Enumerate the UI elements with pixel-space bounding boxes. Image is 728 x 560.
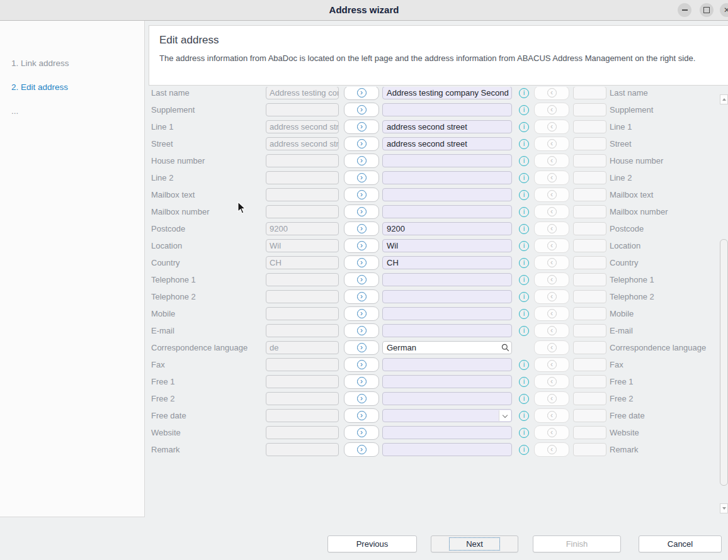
info-icon[interactable]: i (519, 173, 529, 183)
secondary-input[interactable] (573, 358, 606, 371)
copy-left-button[interactable]: ‹ (534, 289, 569, 304)
copy-right-button[interactable]: › (344, 171, 379, 185)
abacus-value-input[interactable] (382, 392, 512, 405)
secondary-input[interactable] (573, 239, 606, 252)
info-icon[interactable]: i (519, 105, 529, 115)
abacus-value-input[interactable] (382, 171, 512, 184)
copy-left-button[interactable]: ‹ (534, 323, 569, 338)
abadoc-value-input[interactable] (266, 154, 339, 167)
copy-right-button[interactable]: › (344, 103, 379, 117)
copy-left-button[interactable]: ‹ (534, 340, 569, 355)
abacus-value-input[interactable] (382, 375, 512, 388)
abadoc-value-input[interactable] (266, 307, 339, 320)
copy-right-button[interactable]: › (344, 340, 379, 355)
secondary-input[interactable] (573, 409, 606, 422)
copy-right-button[interactable]: › (344, 374, 379, 389)
copy-right-button[interactable]: › (344, 272, 379, 287)
copy-right-button[interactable]: › (344, 120, 379, 134)
search-icon[interactable] (499, 342, 511, 353)
secondary-input[interactable] (573, 324, 606, 337)
cancel-button[interactable]: Cancel (639, 535, 722, 552)
secondary-input[interactable] (573, 171, 606, 184)
copy-left-button[interactable]: ‹ (534, 357, 569, 372)
abacus-value-input[interactable]: German (382, 341, 512, 354)
info-icon[interactable]: i (519, 411, 529, 421)
abadoc-value-input[interactable] (266, 171, 339, 184)
step-link-address[interactable]: 1. Link address (0, 59, 69, 68)
abadoc-value-input[interactable]: CH (266, 256, 339, 269)
copy-left-button[interactable]: ‹ (534, 238, 569, 253)
info-icon[interactable]: i (519, 207, 529, 217)
abacus-value-input[interactable]: Address testing company Second (382, 87, 512, 99)
secondary-input[interactable] (573, 188, 606, 201)
copy-right-button[interactable]: › (344, 425, 379, 440)
secondary-input[interactable] (573, 256, 606, 269)
copy-left-button[interactable]: ‹ (534, 391, 569, 406)
info-icon[interactable]: i (519, 377, 529, 387)
abacus-value-input[interactable] (382, 154, 512, 167)
abadoc-value-input[interactable] (266, 443, 339, 456)
copy-left-button[interactable]: ‹ (534, 221, 569, 236)
secondary-input[interactable] (573, 307, 606, 320)
scroll-down-button[interactable] (720, 503, 728, 513)
scrollbar-thumb[interactable] (720, 239, 728, 486)
abadoc-value-input[interactable] (266, 426, 339, 439)
abadoc-value-input[interactable] (266, 205, 339, 218)
next-button[interactable]: Next (431, 535, 518, 552)
copy-right-button[interactable]: › (344, 323, 379, 338)
info-icon[interactable]: i (519, 258, 529, 268)
abacus-value-input[interactable]: 9200 (382, 222, 512, 235)
info-icon[interactable]: i (519, 241, 529, 251)
info-icon[interactable]: i (519, 394, 529, 404)
copy-right-button[interactable]: › (344, 188, 379, 202)
copy-right-button[interactable]: › (344, 221, 379, 236)
copy-left-button[interactable]: ‹ (534, 425, 569, 440)
abacus-value-input[interactable] (382, 290, 512, 303)
copy-left-button[interactable]: ‹ (534, 103, 569, 117)
abacus-value-input[interactable]: CH (382, 256, 512, 269)
step-edit-address[interactable]: 2. Edit address (0, 82, 68, 92)
secondary-input[interactable] (573, 103, 606, 116)
info-icon[interactable]: i (519, 292, 529, 302)
copy-left-button[interactable]: ‹ (534, 408, 569, 423)
copy-right-button[interactable]: › (344, 306, 379, 321)
abadoc-value-input[interactable] (266, 409, 339, 422)
info-icon[interactable]: i (519, 309, 529, 319)
abadoc-value-input[interactable] (266, 273, 339, 286)
copy-right-button[interactable]: › (344, 357, 379, 372)
abacus-value-input[interactable] (382, 188, 512, 201)
secondary-input[interactable] (573, 120, 606, 133)
copy-left-button[interactable]: ‹ (534, 171, 569, 185)
step-ellipsis[interactable]: ... (0, 106, 18, 116)
info-icon[interactable]: i (519, 445, 529, 455)
secondary-input[interactable] (573, 426, 606, 439)
info-icon[interactable]: i (519, 360, 529, 370)
copy-right-button[interactable]: › (344, 204, 379, 219)
abacus-value-input[interactable] (382, 426, 512, 439)
copy-right-button[interactable]: › (344, 137, 379, 151)
abacus-value-input[interactable] (382, 409, 512, 422)
copy-right-button[interactable]: › (344, 391, 379, 406)
info-icon[interactable]: i (519, 139, 529, 149)
info-icon[interactable]: i (519, 224, 529, 234)
abadoc-value-input[interactable]: Wil (266, 239, 339, 252)
abacus-value-input[interactable] (382, 273, 512, 286)
abadoc-value-input[interactable] (266, 324, 339, 337)
abacus-value-input[interactable] (382, 205, 512, 218)
copy-left-button[interactable]: ‹ (534, 188, 569, 202)
secondary-input[interactable] (573, 290, 606, 303)
info-icon[interactable]: i (519, 190, 529, 200)
secondary-input[interactable] (573, 392, 606, 405)
abadoc-value-input[interactable] (266, 358, 339, 371)
abacus-value-input[interactable] (382, 307, 512, 320)
secondary-input[interactable] (573, 205, 606, 218)
abadoc-value-input[interactable]: de (266, 341, 339, 354)
info-icon[interactable]: i (519, 326, 529, 336)
copy-right-button[interactable]: › (344, 154, 379, 168)
abadoc-value-input[interactable]: 9200 (266, 222, 339, 235)
secondary-input[interactable] (573, 154, 606, 167)
info-icon[interactable]: i (519, 122, 529, 132)
copy-left-button[interactable]: ‹ (534, 306, 569, 321)
finish-button[interactable]: Finish (533, 535, 621, 552)
copy-left-button[interactable]: ‹ (534, 255, 569, 270)
